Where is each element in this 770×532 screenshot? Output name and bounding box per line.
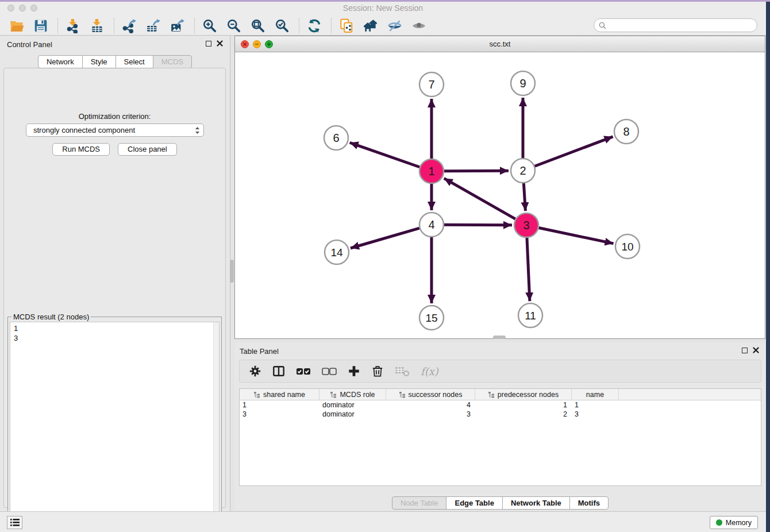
session-title: Session: New Session: [0, 3, 766, 13]
graph-node-14[interactable]: 14: [325, 240, 349, 264]
table-panel-title: Table Panel: [240, 347, 279, 356]
table-cell[interactable]: 2: [475, 410, 572, 419]
show-details-button[interactable]: [410, 17, 428, 34]
column-header-successor-nodes[interactable]: successor nodes: [386, 389, 475, 400]
deselect-all-checkboxes-icon: [322, 367, 337, 376]
window-top-accent: [0, 0, 770, 2]
edge-1-6[interactable]: [350, 142, 420, 167]
select-all-checkboxes-button[interactable]: [296, 364, 311, 379]
svg-text:2: 2: [519, 164, 526, 177]
export-table-button[interactable]: [145, 17, 162, 34]
column-header-predecessor-nodes[interactable]: predecessor nodes: [475, 389, 572, 400]
mcds-result-textarea[interactable]: 13: [10, 322, 220, 529]
add-row-button[interactable]: [348, 364, 360, 379]
graph-node-6[interactable]: 6: [324, 126, 348, 150]
deselect-all-checkboxes-button[interactable]: [322, 364, 337, 379]
column-header-MCDS-role[interactable]: MCDS role: [319, 389, 386, 400]
float-table-panel-icon[interactable]: [742, 348, 748, 353]
table-cell[interactable]: 1: [475, 400, 572, 410]
hide-details-button[interactable]: [386, 17, 403, 34]
edge-3-10[interactable]: [539, 228, 614, 244]
control-panel: Control Panel NetworkStyleSelectMCDS Opt…: [0, 36, 230, 511]
table-cell[interactable]: 1: [572, 400, 619, 410]
search-input[interactable]: [609, 21, 752, 30]
memory-button-label: Memory: [726, 519, 752, 527]
table-cell[interactable]: 3: [386, 410, 475, 419]
main-titlebar: Session: New Session: [0, 0, 766, 17]
settings-gear-button[interactable]: [249, 364, 261, 379]
edge-3-1[interactable]: [444, 178, 515, 219]
edge-2-3[interactable]: [523, 183, 525, 211]
graph-node-2[interactable]: 2: [511, 159, 535, 183]
edge-3-11[interactable]: [527, 238, 530, 301]
zoom-fit-button[interactable]: [249, 17, 267, 34]
save-session-button[interactable]: [32, 17, 49, 34]
column-header-name[interactable]: name: [572, 389, 619, 400]
export-image-button[interactable]: [169, 17, 186, 34]
tab-network[interactable]: Network: [38, 55, 83, 68]
export-network-button[interactable]: [121, 17, 138, 34]
home-button[interactable]: [362, 17, 379, 34]
tab-node-table[interactable]: Node Table: [392, 496, 447, 510]
import-network-button[interactable]: [64, 17, 82, 34]
horizontal-splitter-handle[interactable]: [493, 336, 506, 339]
result-scrollbar[interactable]: [213, 322, 219, 529]
close-panel-button[interactable]: Close panel: [118, 143, 177, 156]
main-toolbar: [0, 16, 766, 36]
open-session-button[interactable]: [8, 17, 25, 34]
delete-table-button: [395, 364, 410, 379]
svg-text:1: 1: [428, 165, 434, 178]
vertical-splitter-handle[interactable]: [230, 260, 234, 283]
graph-node-11[interactable]: 11: [518, 303, 542, 327]
table-cell[interactable]: 3: [240, 410, 319, 419]
edge-1-2[interactable]: [444, 171, 509, 171]
graph-node-4[interactable]: 4: [419, 213, 444, 237]
table-cell[interactable]: 4: [386, 400, 475, 410]
edge-4-14[interactable]: [351, 228, 419, 248]
edge-2-8[interactable]: [535, 137, 613, 166]
save-session-icon: [33, 18, 48, 33]
tab-edge-table[interactable]: Edge Table: [446, 496, 502, 510]
column-label: successor nodes: [409, 391, 463, 399]
import-table-button[interactable]: [88, 17, 106, 34]
table-row[interactable]: 1dominator411: [240, 400, 761, 410]
graph-node-1[interactable]: 1: [419, 159, 444, 183]
clone-network-button[interactable]: [338, 17, 355, 34]
zoom-in-button[interactable]: [201, 17, 218, 34]
graph-node-15[interactable]: 15: [419, 306, 444, 330]
sort-tree-icon: [399, 391, 406, 398]
svg-text:10: 10: [621, 241, 633, 253]
graph-node-7[interactable]: 7: [419, 72, 444, 97]
table-cell[interactable]: dominator: [319, 400, 386, 410]
column-header-shared-name[interactable]: shared name: [240, 389, 319, 400]
table-cell[interactable]: 3: [572, 410, 619, 419]
refresh-view-button[interactable]: [306, 17, 323, 34]
close-panel-icon[interactable]: [217, 40, 223, 47]
task-history-button[interactable]: [7, 516, 22, 529]
table-row[interactable]: 3dominator323: [240, 410, 761, 419]
zoom-selected-button[interactable]: [274, 17, 291, 34]
table-cell[interactable]: dominator: [319, 410, 386, 419]
run-mcds-button[interactable]: Run MCDS: [52, 143, 110, 156]
close-table-panel-icon[interactable]: [753, 347, 759, 353]
svg-text:14: 14: [330, 246, 343, 259]
memory-button[interactable]: Memory: [710, 516, 758, 529]
tab-mcds[interactable]: MCDS: [153, 55, 192, 68]
float-panel-icon[interactable]: [206, 41, 211, 47]
network-canvas[interactable]: 7968124314101511: [235, 52, 765, 338]
zoom-out-button[interactable]: [225, 17, 242, 34]
graph-node-9[interactable]: 9: [511, 71, 535, 95]
tab-style[interactable]: Style: [82, 55, 116, 68]
graph-node-8[interactable]: 8: [614, 119, 638, 144]
graph-node-10[interactable]: 10: [615, 234, 640, 259]
criterion-dropdown[interactable]: strongly connected component: [26, 124, 204, 137]
tab-network-table[interactable]: Network Table: [502, 496, 570, 510]
tab-motifs[interactable]: Motifs: [569, 496, 609, 510]
graph-node-3[interactable]: 3: [514, 213, 538, 237]
delete-row-button[interactable]: [371, 364, 384, 379]
table-cell[interactable]: 1: [240, 400, 319, 410]
show-columns-button[interactable]: [272, 364, 285, 379]
tab-select[interactable]: Select: [116, 55, 153, 68]
search-box[interactable]: [594, 18, 757, 32]
edge-4-3[interactable]: [444, 225, 512, 225]
